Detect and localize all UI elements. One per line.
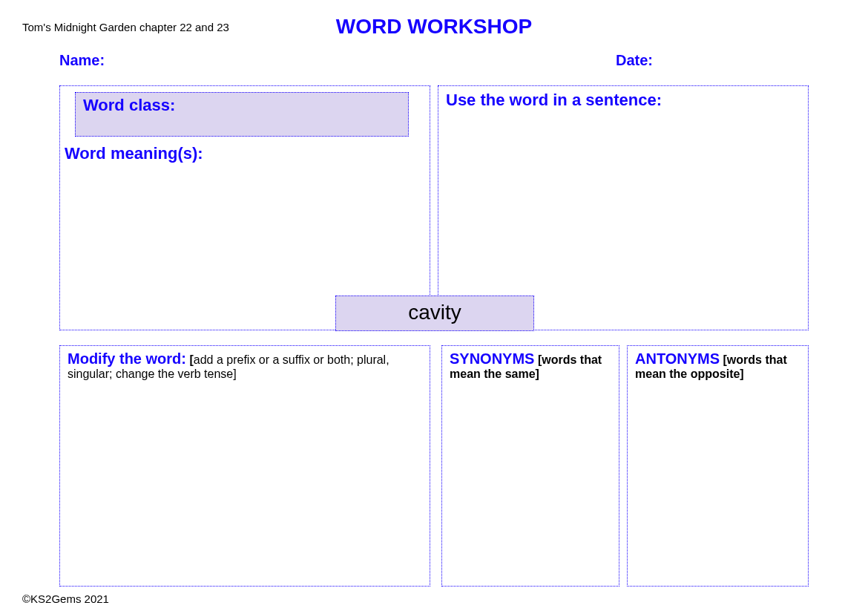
antonyms-box: ANTONYMS [words that mean the opposite] <box>627 345 809 587</box>
page-title: WORD WORKSHOP <box>0 15 868 39</box>
worksheet-area: Word class: Word meaning(s): Use the wor… <box>59 85 809 592</box>
word-meanings-label: Word meaning(s): <box>65 144 203 163</box>
modify-box: Modify the word: [add a prefix or a suff… <box>59 345 430 587</box>
sentence-label: Use the word in a sentence: <box>446 91 662 109</box>
word-class-box: Word class: <box>75 92 409 137</box>
sentence-box: Use the word in a sentence: <box>438 85 809 330</box>
antonyms-label: ANTONYMS <box>635 350 720 367</box>
word-meanings-box: Word class: Word meaning(s): <box>59 85 430 330</box>
word-class-label: Word class: <box>83 96 175 114</box>
modify-label: Modify the word: <box>68 350 186 367</box>
copyright: ©KS2Gems 2021 <box>22 592 109 605</box>
synonyms-label: SYNONYMS <box>450 350 534 367</box>
target-word: cavity <box>335 295 534 331</box>
name-label: Name: <box>59 52 105 69</box>
date-label: Date: <box>616 52 653 69</box>
modify-hint-bracket: [ <box>186 353 194 366</box>
synonyms-box: SYNONYMS [words that mean the same] <box>441 345 619 587</box>
